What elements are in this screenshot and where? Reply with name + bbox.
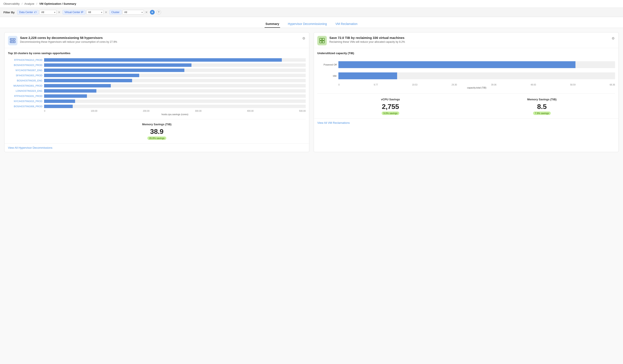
bar-label[interactable]: LON/HOSTING023_ENG <box>8 90 42 92</box>
right-panel-header: Save 72.0 TiB by reclaiming 336 virtual … <box>314 32 619 48</box>
bar-label[interactable]: NYC/HOSTING007_ENG <box>8 69 42 72</box>
left-view-all-link[interactable]: View All Hypervisor Decommissions <box>4 143 309 152</box>
cap-x-axis-tick: 68.36 <box>610 83 615 86</box>
cap-bar-track <box>338 72 615 79</box>
tab-vm-reclamation[interactable]: VM Reclamation <box>334 20 358 28</box>
bar-label[interactable]: BOS/HOSTING05_ENG <box>8 79 42 82</box>
left-panel-icon <box>8 36 17 45</box>
filter-vcip-select-wrapper: All <box>86 10 104 15</box>
filter-help-button[interactable]: ? <box>156 10 161 15</box>
x-axis-tick: 400.00 <box>247 110 254 112</box>
filter-group-cluster: Cluster All ✕ <box>110 10 148 15</box>
bar-track <box>44 100 306 103</box>
bar-label[interactable]: NYC/HOSTING015_PROD <box>8 100 42 102</box>
bar-track <box>44 105 306 108</box>
filter-cluster-clear[interactable]: ✕ <box>145 11 148 14</box>
breadcrumb-current: VM Optimization / Summary <box>39 2 76 5</box>
bar-row: LON/HOSTING023_ENG <box>8 89 306 93</box>
right-vcpu-savings-col: vCPU Savings 2,755 9.0% savings <box>317 98 464 115</box>
bar-fill <box>44 100 75 103</box>
right-vcpu-savings-badge: 9.0% savings <box>382 112 399 115</box>
bar-row: RTP/HOSTING031_PROD <box>8 94 306 98</box>
tab-hypervisor-decommissioning[interactable]: Hypervisor Decommissioning <box>287 20 328 28</box>
cap-bar-label: Idle <box>317 75 337 77</box>
left-chart-title: Top 10 clusters by cores savings opportu… <box>8 52 306 55</box>
bar-row: BOS/HOSTING008_PROD <box>8 105 306 108</box>
left-memory-savings-label: Memory Savings (TiB) <box>8 123 306 126</box>
right-view-all-link[interactable]: View All VM Reclamations <box>314 119 619 127</box>
main-content: Save 2,228 cores by decommissioning 58 h… <box>0 28 623 364</box>
right-memory-savings-col: Memory Savings (TiB) 8.5 7.9% savings <box>469 98 615 115</box>
bar-fill <box>44 94 87 98</box>
filter-group-vcip: Virtual Center IP All ✕ <box>63 10 108 15</box>
right-panel-gear-icon[interactable]: ⚙ <box>611 36 615 41</box>
x-axis-tick: 200.00 <box>143 110 150 112</box>
right-vcpu-savings-value: 2,755 <box>317 103 464 111</box>
bar-label[interactable]: RTP/HOSTING031_PROD <box>8 95 42 97</box>
cap-x-axis-tick: 39.06 <box>491 83 496 86</box>
right-panel: Save 72.0 TiB by reclaiming 336 virtual … <box>314 32 619 152</box>
left-panel-title: Save 2,228 cores by decommissioning 58 h… <box>20 36 299 40</box>
bar-fill <box>44 74 139 77</box>
bar-track <box>44 63 306 67</box>
left-memory-savings-section: Memory Savings (TiB) 38.9 26.8% savings <box>8 123 306 140</box>
breadcrumb-analyze[interactable]: Analyze <box>24 2 34 5</box>
filter-cluster-select[interactable]: All <box>122 10 144 15</box>
filter-tag-datacenter: Data Center 🏷 <box>17 10 39 15</box>
left-panel-body: Top 10 clusters by cores savings opportu… <box>4 48 309 143</box>
filter-vcip-select[interactable]: All <box>86 10 104 15</box>
right-chart-title: Underutilized capacity (TiB) <box>317 52 615 55</box>
tab-summary[interactable]: Summary <box>265 20 280 28</box>
bar-track <box>44 69 306 72</box>
bar-label[interactable]: MUN/HOSTING001_PROD <box>8 84 42 87</box>
bar-label[interactable]: BOS/HOSTING023_PROD <box>8 64 42 66</box>
left-panel-header-text: Save 2,228 cores by decommissioning 58 h… <box>20 36 299 43</box>
right-x-axis-label: capacity.total (TiB) <box>338 86 615 89</box>
left-panel-header: Save 2,228 cores by decommissioning 58 h… <box>4 32 309 48</box>
bar-track <box>44 94 306 98</box>
cap-x-axis-tick: 29.30 <box>451 83 457 86</box>
breadcrumb-sep-1: / <box>22 2 22 5</box>
left-memory-savings-center: 38.9 26.8% savings <box>8 128 306 140</box>
cap-bar-row: Powered Off <box>317 61 615 68</box>
svg-rect-6 <box>320 38 322 40</box>
bar-row: MUN/HOSTING001_PROD <box>8 84 306 87</box>
filter-datacenter-label: Data Center <box>19 11 33 14</box>
breadcrumb-observability[interactable]: Observability <box>3 2 20 5</box>
right-memory-savings-label: Memory Savings (TiB) <box>469 98 615 101</box>
bar-fill <box>44 84 111 87</box>
right-panel-title: Save 72.0 TiB by reclaiming 336 virtual … <box>329 36 609 40</box>
filter-datacenter-select[interactable]: All <box>39 10 57 15</box>
x-axis-tick: 100.00 <box>91 110 97 112</box>
filter-datacenter-icon: 🏷 <box>34 11 37 14</box>
right-capacity-chart: Powered OffIdle <box>317 61 615 79</box>
right-panel-header-text: Save 72.0 TiB by reclaiming 336 virtual … <box>329 36 609 43</box>
bar-row: SF/HOSTING003_PROD <box>8 74 306 77</box>
filter-vcip-clear[interactable]: ✕ <box>104 11 108 14</box>
bar-label[interactable]: RTP/HOSTING013_PROD <box>8 59 42 61</box>
right-vcpu-savings-label: vCPU Savings <box>317 98 464 101</box>
right-panel-icon <box>317 36 327 45</box>
left-panel-subtitle: Decommissioning these Hypervisors will r… <box>20 40 299 43</box>
svg-rect-7 <box>322 38 324 40</box>
bar-label[interactable]: SF/HOSTING003_PROD <box>8 74 42 77</box>
panels-grid: Save 2,228 cores by decommissioning 58 h… <box>4 32 619 152</box>
left-memory-savings-badge: 26.8% savings <box>147 137 166 140</box>
bar-label[interactable]: BOS/HOSTING008_PROD <box>8 105 42 108</box>
filter-datacenter-clear[interactable]: ✕ <box>57 11 61 14</box>
filter-cluster-select-wrapper: All <box>122 10 144 15</box>
bar-fill <box>44 105 73 108</box>
right-memory-savings-badge: 7.9% savings <box>533 112 551 115</box>
filter-add-button[interactable]: + <box>150 10 155 15</box>
filter-tag-cluster: Cluster <box>110 10 122 15</box>
filter-group-datacenter: Data Center 🏷 All ✕ <box>17 10 61 15</box>
svg-rect-9 <box>322 41 324 43</box>
left-panel-gear-icon[interactable]: ⚙ <box>302 36 306 41</box>
x-axis-tick: 500.00 <box>299 110 306 112</box>
bar-row: NYC/HOSTING015_PROD <box>8 100 306 103</box>
bar-fill <box>44 69 184 72</box>
svg-rect-8 <box>320 41 322 43</box>
bar-track <box>44 74 306 77</box>
bar-row: NYC/HOSTING007_ENG <box>8 69 306 72</box>
cap-bar-fill <box>338 72 397 79</box>
